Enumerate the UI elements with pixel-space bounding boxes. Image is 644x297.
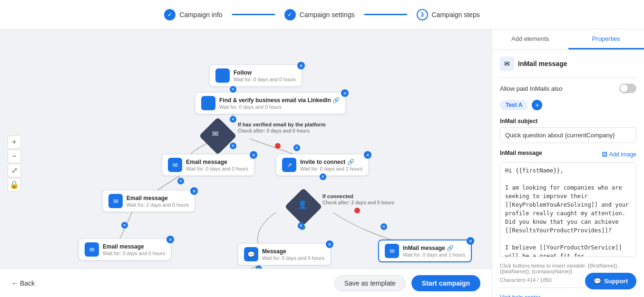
step3-label: Campaign steps (432, 11, 480, 19)
if-connected-icon: 👤 (298, 200, 307, 209)
connector-dot-6: ✕ (320, 173, 326, 180)
if-connected-sub: Check after: 2 days and 0 hours (322, 200, 394, 205)
zoom-out-btn[interactable]: − (8, 150, 21, 163)
add-ab-button[interactable]: + (532, 100, 542, 110)
add-image-button[interactable]: 🖼 Add image (602, 151, 636, 158)
step1-label: Campaign info (179, 11, 222, 19)
follow-remove-btn[interactable]: ✕ (297, 62, 305, 69)
invite-remove-btn[interactable]: ✕ (364, 151, 371, 159)
connector-dot-8: ✕ (298, 222, 304, 229)
test-a-tab[interactable]: Test A (500, 100, 528, 110)
panel-section-title: ✉ InMail message (500, 57, 636, 71)
follow-title: Follow (234, 69, 296, 76)
right-panel: Add elements Properties ✉ InMail message… (492, 29, 644, 297)
toggle-row: Allow paid InMails also (500, 84, 636, 93)
node-email-1[interactable]: ✉ Email message Wait for: 0 days and 0 h… (162, 154, 254, 176)
panel-section-label: InMail message (518, 60, 567, 67)
lock-btn[interactable]: 🔒 (8, 178, 21, 192)
toggle-label: Allow paid InMails also (500, 85, 563, 92)
save-template-button[interactable]: Save as template (334, 275, 406, 291)
inmail-remove-btn[interactable]: ✕ (467, 237, 474, 245)
if-connected-label: If connected Check after: 2 days and 0 h… (322, 193, 394, 205)
has-email-red-dot (275, 143, 281, 149)
find-verify-sub: Wait for: 0 days and 0 hours (219, 104, 340, 110)
has-email-sub: Check after: 0 days and 0 hours (238, 128, 326, 134)
follow-icon: 👤 (215, 68, 230, 83)
node-inmail[interactable]: ✉ InMail message 🔗 Wait for: 0 days and … (378, 240, 472, 262)
visit-help-link[interactable]: Visit help center → (500, 294, 548, 297)
email3-sub: Wait for: 3 days and 0 hours (103, 250, 165, 256)
email1-remove-btn[interactable]: ✕ (250, 151, 257, 159)
find-verify-remove-btn[interactable]: ✕ (341, 89, 349, 97)
panel-body: ✉ InMail message Allow paid InMails also… (492, 50, 644, 297)
zoom-in-btn[interactable]: + (8, 135, 21, 149)
node-email-2[interactable]: ✉ Email message Wait for: 2 days and 0 h… (102, 190, 195, 212)
node-follow[interactable]: 👤 Follow Wait for: 0 days and 0 hours ✕ (209, 65, 302, 86)
paid-inmail-toggle[interactable] (619, 84, 636, 93)
connector-dot-1: ✕ (230, 86, 236, 93)
message1-remove-btn[interactable]: ✕ (326, 240, 333, 248)
has-email-icon: ✉ (212, 129, 218, 138)
message-header: InMail message 🖼 Add image (500, 150, 636, 159)
step2-label: Campaign settings (300, 11, 355, 19)
back-button[interactable]: ← Back (11, 279, 35, 287)
divider-1 (500, 77, 636, 78)
toggle-knob (620, 85, 628, 92)
if-connected-red-dot (354, 208, 360, 213)
panel-tabs: Add elements Properties (492, 29, 644, 50)
test-ab-row: Test A + (500, 100, 636, 110)
step-campaign-settings[interactable]: ✓ Campaign settings (275, 9, 364, 20)
step-connector-2 (364, 14, 407, 15)
node-message-1[interactable]: 💬 Message Wait for: 0 days and 0 hours ✕ (238, 243, 331, 265)
connector-dot-3: ✕ (230, 143, 236, 149)
zoom-controls: + − ⤢ 🔒 (8, 135, 21, 192)
email2-remove-btn[interactable]: ✕ (190, 187, 198, 195)
support-button[interactable]: 💬 Support (585, 273, 636, 289)
start-campaign-button[interactable]: Start campaign (411, 275, 480, 291)
tab-properties[interactable]: Properties (568, 29, 644, 49)
inmail-icon: ✉ (385, 244, 399, 258)
email3-remove-btn[interactable]: ✕ (166, 236, 174, 243)
main-area: 👤 Follow Wait for: 0 days and 0 hours ✕ … (0, 29, 644, 297)
has-email-label: If has verified email by the platform Ch… (238, 122, 326, 134)
inmail-message-label: InMail message (500, 150, 542, 156)
node-email-3[interactable]: ✉ Email message Wait for: 3 days and 0 h… (78, 239, 171, 260)
find-verify-icon: 👤 (201, 96, 215, 110)
email3-icon: ✉ (85, 242, 99, 257)
canvas-area[interactable]: 👤 Follow Wait for: 0 days and 0 hours ✕ … (0, 29, 492, 297)
connector-dot-9: ✕ (381, 223, 387, 230)
message1-title: Message (262, 248, 324, 255)
connector-dot-7: ✕ (121, 222, 128, 229)
step1-check-icon: ✓ (164, 9, 176, 20)
stepper: ✓ Campaign info ✓ Campaign settings 3 Ca… (0, 0, 644, 29)
email2-title: Email message (127, 195, 189, 201)
fit-btn[interactable]: ⤢ (8, 164, 21, 177)
node-find-verify[interactable]: 👤 Find & verify business email via Linke… (195, 92, 346, 114)
invite-icon: ↗ (282, 158, 296, 172)
inmail-subject-label: InMail subject (500, 118, 636, 125)
connector-dot-4: ✕ (293, 144, 300, 151)
email3-title: Email message (103, 243, 165, 250)
support-icon: 💬 (594, 278, 601, 285)
invite-sub: Wait for: 0 days and 2 hours (300, 166, 362, 172)
step3-num-icon: 3 (417, 9, 428, 20)
inmail-subject-input[interactable] (500, 127, 636, 143)
step-campaign-steps[interactable]: 3 Campaign steps (407, 9, 489, 20)
inmail-section-icon: ✉ (500, 57, 514, 71)
inmail-message-textarea[interactable]: Hi {{firstName}}, I am looking for compa… (500, 162, 636, 257)
step-connector-1 (232, 14, 275, 15)
email1-sub: Wait for: 0 days and 0 hours (186, 166, 248, 172)
email2-icon: ✉ (108, 194, 123, 208)
email2-sub: Wait for: 2 days and 0 hours (127, 202, 189, 208)
has-email-title: If has verified email by the platform (238, 122, 326, 127)
step-campaign-info[interactable]: ✓ Campaign info (155, 9, 232, 20)
invite-title: Invite to connect 🔗 (300, 159, 362, 165)
follow-sub: Wait for: 0 days and 0 hours (234, 77, 296, 82)
inmail-sub: Wait for: 0 days and 1 hours (403, 252, 465, 258)
find-verify-title: Find & verify business email via LinkedI… (219, 97, 340, 104)
if-connected-title: If connected (322, 193, 353, 199)
tab-add-elements[interactable]: Add elements (492, 29, 568, 49)
connector-dot-2: ✕ (230, 116, 236, 123)
node-invite[interactable]: ↗ Invite to connect 🔗 Wait for: 0 days a… (276, 154, 369, 176)
email1-icon: ✉ (168, 158, 182, 172)
